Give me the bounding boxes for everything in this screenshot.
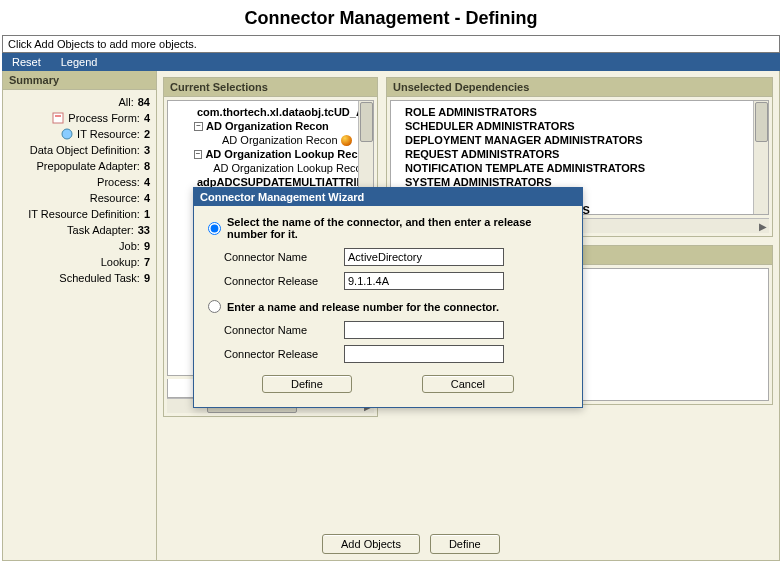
summary-label: Prepopulate Adapter:: [37, 160, 140, 172]
dependencies-header: Unselected Dependencies: [387, 78, 772, 97]
summary-value: 8: [144, 160, 150, 172]
form-icon: [52, 112, 64, 124]
tree-item-label: AD Organization Recon: [206, 120, 329, 132]
summary-row[interactable]: Task Adapter:33: [9, 222, 150, 238]
modal-title: Connector Management Wizard: [194, 188, 582, 206]
scroll-right-icon[interactable]: ▶: [759, 221, 767, 232]
svg-rect-1: [55, 115, 61, 117]
summary-value: 4: [144, 192, 150, 204]
connector-release-input-1[interactable]: [344, 272, 504, 290]
summary-row[interactable]: Process:4: [9, 174, 150, 190]
summary-label: Lookup:: [101, 256, 140, 268]
option-enter-new-radio[interactable]: [208, 300, 221, 313]
tree-item-label: AD Organization Recon: [222, 134, 338, 146]
connector-release-label-2: Connector Release: [224, 348, 344, 360]
summary-value: 2: [144, 128, 150, 140]
svg-rect-0: [53, 113, 63, 123]
summary-label: Resource:: [90, 192, 140, 204]
summary-value: 1: [144, 208, 150, 220]
dependency-row[interactable]: DEPLOYMENT MANAGER ADMINISTRATORS: [393, 133, 766, 147]
summary-label: IT Resource:: [77, 128, 140, 140]
summary-value: 3: [144, 144, 150, 156]
summary-row[interactable]: Lookup:7: [9, 254, 150, 270]
status-dot-icon: [341, 135, 352, 146]
tree-item-label: com.thortech.xl.dataobj.tcUD_ADUSER: [197, 106, 373, 118]
summary-label: Process Form:: [68, 112, 140, 124]
define-button[interactable]: Define: [430, 534, 500, 554]
summary-value: 84: [138, 96, 150, 108]
summary-value: 33: [138, 224, 150, 236]
connector-name-label-1: Connector Name: [224, 251, 344, 263]
summary-value: 9: [144, 272, 150, 284]
summary-row[interactable]: Job:9: [9, 238, 150, 254]
connector-wizard-dialog: Connector Management Wizard Select the n…: [193, 187, 583, 408]
tree-item-label: AD Organization Lookup Recon: [205, 148, 371, 160]
svg-point-2: [62, 129, 72, 139]
add-objects-button[interactable]: Add Objects: [322, 534, 420, 554]
summary-row[interactable]: Resource:4: [9, 190, 150, 206]
page-title: Connector Management - Defining: [0, 0, 782, 35]
summary-row[interactable]: Data Object Definition:3: [9, 142, 150, 158]
legend-link[interactable]: Legend: [61, 56, 98, 68]
summary-row[interactable]: Process Form:4: [9, 110, 150, 126]
summary-label: IT Resource Definition:: [28, 208, 140, 220]
modal-define-button[interactable]: Define: [262, 375, 352, 393]
summary-label: Task Adapter:: [67, 224, 134, 236]
summary-row[interactable]: Scheduled Task:9: [9, 270, 150, 286]
reset-link[interactable]: Reset: [12, 56, 41, 68]
summary-sidebar: Summary All:84Process Form:4IT Resource:…: [2, 71, 157, 561]
summary-value: 4: [144, 176, 150, 188]
summary-row[interactable]: IT Resource:2: [9, 126, 150, 142]
tree-row[interactable]: AD Organization Lookup Recon: [170, 161, 371, 175]
summary-value: 9: [144, 240, 150, 252]
summary-row[interactable]: All:84: [9, 94, 150, 110]
toggle-icon[interactable]: −: [194, 150, 202, 159]
option-select-existing-radio[interactable]: [208, 222, 221, 235]
summary-label: Job:: [119, 240, 140, 252]
summary-row[interactable]: IT Resource Definition:1: [9, 206, 150, 222]
connector-name-label-2: Connector Name: [224, 324, 344, 336]
summary-row[interactable]: Prepopulate Adapter:8: [9, 158, 150, 174]
summary-value: 7: [144, 256, 150, 268]
dependency-row[interactable]: REQUEST ADMINISTRATORS: [393, 147, 766, 161]
tree-row[interactable]: com.thortech.xl.dataobj.tcUD_ADUSER: [170, 105, 371, 119]
dependency-row[interactable]: ROLE ADMINISTRATORS: [393, 105, 766, 119]
summary-label: Data Object Definition:: [30, 144, 140, 156]
connector-name-input-1[interactable]: [344, 248, 504, 266]
option-enter-new-label: Enter a name and release number for the …: [227, 301, 499, 313]
option-select-existing-label: Select the name of the connector, and th…: [227, 216, 568, 240]
selections-header: Current Selections: [164, 78, 377, 97]
resource-icon: [61, 128, 73, 140]
dependency-row[interactable]: SCHEDULER ADMINISTRATORS: [393, 119, 766, 133]
instruction-bar: Click Add Objects to add more objects.: [2, 35, 780, 53]
connector-release-label-1: Connector Release: [224, 275, 344, 287]
tree-row[interactable]: AD Organization Recon: [170, 133, 371, 147]
summary-label: All:: [118, 96, 133, 108]
summary-label: Process:: [97, 176, 140, 188]
connector-release-input-2[interactable]: [344, 345, 504, 363]
toggle-icon[interactable]: −: [194, 122, 203, 131]
summary-value: 4: [144, 112, 150, 124]
action-bar: Reset Legend: [2, 53, 780, 71]
tree-row[interactable]: −AD Organization Lookup Recon: [170, 147, 371, 161]
modal-cancel-button[interactable]: Cancel: [422, 375, 514, 393]
tree-item-label: AD Organization Lookup Recon: [213, 162, 368, 174]
summary-label: Scheduled Task:: [59, 272, 140, 284]
summary-header: Summary: [3, 71, 156, 90]
connector-name-input-2[interactable]: [344, 321, 504, 339]
dependency-row[interactable]: NOTIFICATION TEMPLATE ADMINISTRATORS: [393, 161, 766, 175]
dependencies-vscroll[interactable]: [753, 101, 768, 214]
tree-row[interactable]: −AD Organization Recon: [170, 119, 371, 133]
